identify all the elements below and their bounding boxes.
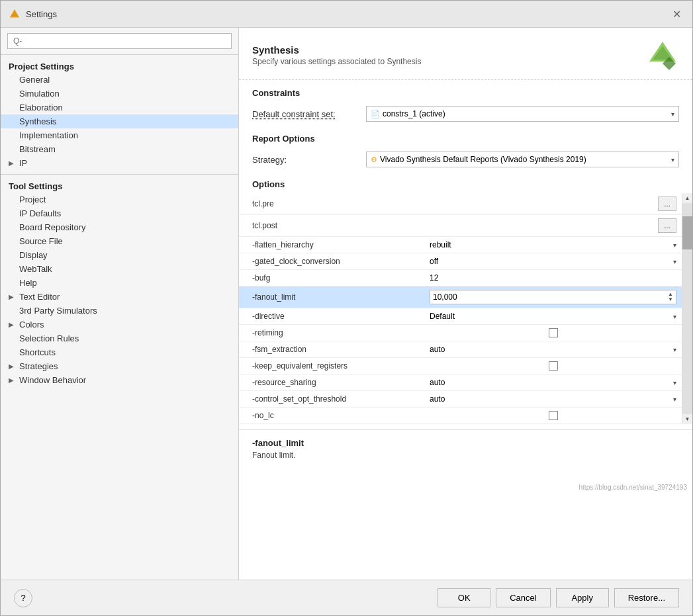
- chevron-down-icon: ▾: [673, 346, 676, 353]
- chevron-down-icon: ▾: [673, 396, 676, 403]
- chevron-right-icon: ▶: [9, 376, 17, 384]
- sidebar-item-ip[interactable]: ▶ IP: [1, 156, 238, 170]
- spinbox-down-icon[interactable]: ▼: [668, 297, 673, 302]
- option-name: -control_set_opt_threshold: [239, 391, 424, 408]
- sidebar-item-colors[interactable]: ▶ Colors: [1, 318, 238, 331]
- constraint-set-dropdown[interactable]: 📄 constrs_1 (active) ▾: [366, 106, 679, 122]
- restore-button[interactable]: Restore...: [614, 588, 679, 607]
- sidebar-item-bitstream[interactable]: Bitstream: [1, 142, 238, 156]
- sidebar-item-label: WebTalk: [19, 264, 52, 274]
- option-name: -fanout_limit: [239, 286, 424, 308]
- fanout-limit-spinbox[interactable]: 10,000 ▲ ▼: [430, 290, 676, 304]
- scroll-track: [682, 203, 692, 414]
- no-lc-checkbox[interactable]: [549, 411, 558, 420]
- sidebar-item-implementation[interactable]: Implementation: [1, 128, 238, 142]
- sidebar-item-label: Bitstream: [19, 144, 56, 154]
- option-name: -directive: [239, 308, 424, 325]
- option-value: 10,000 ▲ ▼: [424, 286, 682, 308]
- tcl-post-button[interactable]: …: [658, 218, 676, 233]
- constraint-set-value: constrs_1 (active): [383, 109, 445, 118]
- sidebar-item-shortcuts[interactable]: Shortcuts: [1, 345, 238, 359]
- content-header: Synthesis Specify various settings assoc…: [239, 28, 692, 80]
- sidebar-item-selection-rules[interactable]: Selection Rules: [1, 331, 238, 345]
- description-text: Fanout limit.: [252, 451, 679, 460]
- chevron-right-icon: ▶: [9, 321, 17, 328]
- description-box: -fanout_limit Fanout limit.: [239, 429, 692, 482]
- retiming-checkbox[interactable]: [549, 328, 558, 337]
- tool-settings-label: Tool Settings: [1, 179, 238, 193]
- sidebar-item-text-editor[interactable]: ▶ Text Editor: [1, 290, 238, 304]
- cancel-button[interactable]: Cancel: [496, 588, 550, 607]
- option-value-text: auto: [430, 394, 445, 404]
- sidebar-item-3rd-party[interactable]: 3rd Party Simulators: [1, 304, 238, 318]
- page-subtitle: Specify various settings associated to S…: [252, 57, 421, 66]
- sidebar-item-source-file[interactable]: Source File: [1, 234, 238, 248]
- table-row: -fsm_extraction auto ▾: [239, 341, 682, 358]
- description-title: -fanout_limit: [252, 438, 679, 448]
- sidebar-item-label: Text Editor: [19, 292, 60, 302]
- ok-button[interactable]: OK: [438, 588, 490, 607]
- options-scrollbar[interactable]: ▲ ▼: [682, 193, 692, 424]
- sidebar-item-label: IP: [19, 158, 27, 168]
- scroll-up-icon[interactable]: ▲: [685, 193, 690, 203]
- option-name: -flatten_hierarchy: [239, 237, 424, 253]
- scroll-thumb[interactable]: [682, 216, 692, 249]
- title-bar: Settings ✕: [1, 1, 692, 28]
- option-value: auto ▾: [424, 374, 682, 391]
- sidebar-item-board-repository[interactable]: Board Repository: [1, 220, 238, 234]
- chevron-down-icon: ▾: [671, 156, 674, 163]
- apply-button[interactable]: Apply: [556, 588, 609, 607]
- sidebar-item-general[interactable]: General: [1, 73, 238, 87]
- option-name: -no_lc: [239, 408, 424, 424]
- option-value-text: rebuilt: [430, 240, 451, 249]
- table-row: -no_lc: [239, 408, 682, 424]
- sidebar-item-label: Colors: [19, 320, 44, 330]
- sidebar-item-project[interactable]: Project: [1, 193, 238, 206]
- table-row: -directive Default ▾: [239, 308, 682, 325]
- main-content: Synthesis Specify various settings assoc…: [239, 28, 692, 580]
- option-value: off ▾: [424, 253, 682, 270]
- footer: ? OK Cancel Apply Restore...: [1, 580, 692, 615]
- sidebar-item-strategies[interactable]: ▶ Strategies: [1, 359, 238, 373]
- keep-equiv-checkbox[interactable]: [549, 361, 558, 371]
- help-button[interactable]: ?: [14, 589, 32, 607]
- close-button[interactable]: ✕: [669, 6, 684, 22]
- default-constraint-label: Default constraint set:: [252, 109, 358, 119]
- option-name: -bufg: [239, 270, 424, 286]
- sidebar-item-window-behavior[interactable]: ▶ Window Behavior: [1, 373, 238, 387]
- options-table: tcl.pre … tcl.post: [239, 193, 682, 424]
- option-value: …: [424, 193, 682, 215]
- table-row: -resource_sharing auto ▾: [239, 374, 682, 391]
- sidebar-item-simulation[interactable]: Simulation: [1, 87, 238, 101]
- table-row: -bufg 12: [239, 270, 682, 286]
- sidebar-item-webtalk[interactable]: WebTalk: [1, 262, 238, 276]
- strategy-row: Strategy: ⚙ Vivado Synthesis Default Rep…: [239, 148, 692, 171]
- strategy-dropdown[interactable]: ⚙ Vivado Synthesis Default Reports (Viva…: [366, 152, 679, 167]
- sidebar-item-label: General: [19, 75, 50, 85]
- tcl-pre-button[interactable]: …: [658, 197, 676, 211]
- option-value: 12: [424, 270, 682, 286]
- option-name: tcl.post: [239, 215, 424, 237]
- sidebar-item-help[interactable]: Help: [1, 276, 238, 290]
- scroll-down-icon[interactable]: ▼: [685, 414, 690, 424]
- sidebar-item-label: Synthesis: [19, 116, 56, 126]
- sidebar-item-ip-defaults[interactable]: IP Defaults: [1, 206, 238, 220]
- settings-dialog: Settings ✕ Project Settings General Simu…: [0, 0, 693, 616]
- sidebar-item-display[interactable]: Display: [1, 248, 238, 262]
- sidebar-item-label: Simulation: [19, 89, 60, 99]
- sidebar-item-synthesis[interactable]: Synthesis: [1, 114, 238, 128]
- constraints-section-title: Constraints: [239, 80, 692, 102]
- sidebar-item-label: Project: [19, 195, 46, 204]
- option-name: -fsm_extraction: [239, 341, 424, 358]
- table-row: tcl.post …: [239, 215, 682, 237]
- sidebar-item-label: Source File: [19, 236, 63, 246]
- sidebar-item-elaboration[interactable]: Elaboration: [1, 101, 238, 114]
- report-options-title: Report Options: [239, 126, 692, 148]
- option-value: [424, 358, 682, 374]
- title-bar-left: Settings: [9, 8, 57, 20]
- constraint-set-row: Default constraint set: 📄 constrs_1 (act…: [239, 102, 692, 126]
- chevron-down-icon: ▾: [673, 242, 676, 249]
- sidebar-item-label: Selection Rules: [19, 333, 79, 343]
- table-row: -flatten_hierarchy rebuilt ▾: [239, 237, 682, 253]
- search-input[interactable]: [7, 33, 232, 49]
